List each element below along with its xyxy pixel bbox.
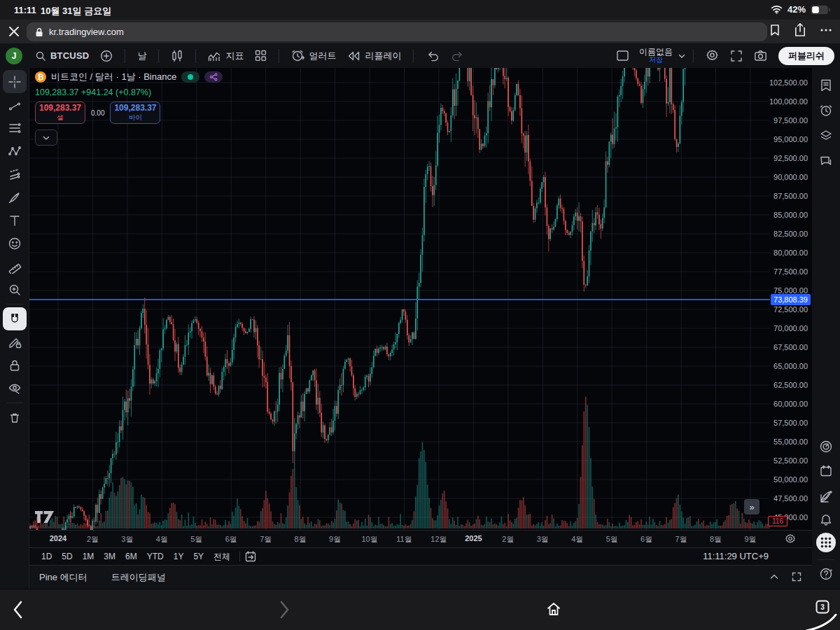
range-button-1m[interactable]: 1M [78, 550, 99, 563]
tab-count: 3 [820, 603, 825, 611]
trend-line-tool[interactable] [3, 93, 27, 116]
pattern-tool[interactable] [3, 139, 27, 162]
range-button-전체[interactable]: 전체 [209, 550, 235, 564]
price-tick: 47,500.00 [774, 494, 808, 503]
range-button-1d[interactable]: 1D [36, 550, 57, 563]
market-status-pill[interactable] [181, 71, 200, 83]
text-tool[interactable] [3, 209, 27, 232]
publish-button[interactable]: 퍼블리쉬 [778, 47, 834, 65]
hide-drawings-tool[interactable] [3, 377, 27, 400]
layout-select-icon[interactable] [610, 46, 635, 66]
price-tick: 75,000.00 [774, 286, 808, 295]
notifications-bell-icon[interactable] [819, 513, 833, 527]
legend-collapse-chevron[interactable] [35, 130, 57, 146]
zoom-in-tool[interactable] [3, 278, 27, 301]
browser-bar: kr.tradingview.com [0, 20, 840, 43]
url-bar[interactable]: kr.tradingview.com [27, 22, 767, 41]
layout-name: 이름없음 [639, 48, 673, 56]
indicators-button[interactable]: 지표 [202, 46, 249, 66]
remove-drawings-tool[interactable] [3, 406, 27, 429]
nav-back-icon[interactable] [13, 601, 22, 619]
panel-maximize-icon[interactable] [791, 571, 802, 582]
indicator-templates-icon[interactable] [249, 46, 272, 66]
apps-grid-icon[interactable] [816, 532, 836, 553]
alerts-clock-icon[interactable] [819, 104, 833, 118]
alert-button[interactable]: 얼러트 [286, 46, 342, 66]
fib-retracement-tool[interactable] [3, 116, 27, 139]
camera-icon[interactable] [748, 46, 773, 66]
pine-editor-tab[interactable]: Pine 에디터 [39, 571, 88, 584]
close-tab-icon[interactable] [6, 23, 22, 40]
watchlist-icon[interactable] [819, 78, 833, 92]
scanner-icon[interactable] [819, 440, 833, 454]
replay-button[interactable]: 리플레이 [342, 46, 407, 66]
pencil-stroke [802, 614, 839, 630]
buy-button[interactable]: 109,283.37 바이 [110, 102, 160, 124]
range-button-5d[interactable]: 5D [57, 550, 77, 563]
tradingview-logo[interactable] [35, 511, 54, 523]
sell-button[interactable]: 109,283.37 셀 [35, 102, 85, 124]
range-button-ytd[interactable]: YTD [142, 550, 169, 563]
more-menu-icon[interactable] [819, 23, 833, 37]
help-icon[interactable] [819, 566, 833, 580]
nav-tabs-icon[interactable]: 3 [814, 598, 831, 615]
bottom-panel-bar: Pine 에디터 트레이딩패널 [29, 565, 812, 589]
measure-tool[interactable] [3, 255, 27, 278]
user-avatar[interactable]: J [6, 48, 22, 64]
tradingview-app: 11:11 10월 31일 금요일 42% kr.tradingview.com… [0, 0, 840, 630]
nav-forward-icon[interactable] [280, 601, 290, 619]
trading-panel-tab[interactable]: 트레이딩패널 [111, 571, 166, 584]
scroll-to-latest-button[interactable]: » [744, 499, 760, 514]
range-button-5y[interactable]: 5Y [188, 550, 209, 563]
price-tick: 72,500.00 [774, 305, 808, 314]
symbol-description[interactable]: 비트코인 / 달러 · 1날 · Binance [51, 71, 176, 83]
forecast-tool[interactable] [3, 162, 27, 186]
chart-style-icon[interactable] [165, 46, 189, 66]
clock-utc[interactable]: 11:11:29 UTC+9 [703, 551, 769, 561]
goto-date-icon[interactable] [244, 550, 257, 563]
drawing-mode-lock-tool[interactable] [3, 330, 27, 354]
tv-toolbar: J BTCUSD 날 지표 얼러트 리플레이 이름없 [0, 43, 840, 69]
range-button-3m[interactable]: 3M [99, 550, 120, 563]
price-axis[interactable]: 102,500.00100,000.0097,500.0095,000.0092… [770, 68, 812, 530]
interval-button[interactable]: 날 [132, 46, 152, 66]
lock-icon [35, 27, 43, 37]
time-axis[interactable]: 20242월3월4월5월6월7월8월9월10월11월12월20252월3월4월5… [29, 530, 812, 548]
status-date: 10월 31일 금요일 [41, 5, 111, 18]
range-button-6m[interactable]: 6M [120, 550, 142, 563]
price-tick: 67,500.00 [774, 343, 808, 351]
chat-icon[interactable] [819, 154, 833, 168]
axis-settings-gear-icon[interactable] [785, 533, 796, 545]
price-tick: 95,000.00 [774, 135, 808, 144]
time-tick: 3월 [527, 534, 558, 545]
settings-gear-icon[interactable] [700, 46, 724, 66]
fullscreen-icon[interactable] [724, 46, 748, 66]
object-tree-icon[interactable] [819, 129, 833, 143]
sparks-heatmap-icon[interactable] [819, 489, 833, 503]
indicators-icon [208, 50, 221, 62]
range-button-1y[interactable]: 1Y [169, 550, 189, 563]
nav-home-icon[interactable] [545, 601, 562, 617]
bookmark-icon[interactable] [769, 23, 781, 37]
price-tick: 82,500.00 [774, 230, 808, 238]
chevron-down-icon[interactable] [677, 51, 687, 61]
calendar-icon[interactable] [819, 464, 833, 478]
crosshair-tool[interactable] [3, 70, 27, 93]
compare-add-icon[interactable] [94, 46, 118, 66]
alert-clock-icon [291, 49, 304, 62]
save-label[interactable]: 저장 [649, 56, 663, 64]
date-range-bar: 1D5D1M3M6MYTD1Y5Y전체 11:11:29 UTC+9 [29, 547, 812, 565]
lock-all-tool[interactable] [3, 354, 27, 377]
emoji-tool[interactable] [3, 232, 27, 255]
brush-tool[interactable] [3, 186, 27, 209]
share-ideas-icon[interactable] [204, 71, 223, 83]
redo-icon[interactable] [445, 46, 470, 66]
layout-name-button[interactable]: 이름없음 저장 [635, 48, 677, 64]
magnet-tool[interactable] [3, 307, 27, 330]
time-tick: 7월 [251, 534, 281, 545]
undo-icon[interactable] [420, 46, 445, 66]
share-icon[interactable] [794, 22, 806, 37]
symbol-search-button[interactable]: BTCUSD [29, 46, 94, 66]
panel-collapse-chevron-icon[interactable] [769, 571, 780, 582]
chart-legend: ₿ 비트코인 / 달러 · 1날 · Binance 109,283.37 +9… [35, 71, 223, 146]
